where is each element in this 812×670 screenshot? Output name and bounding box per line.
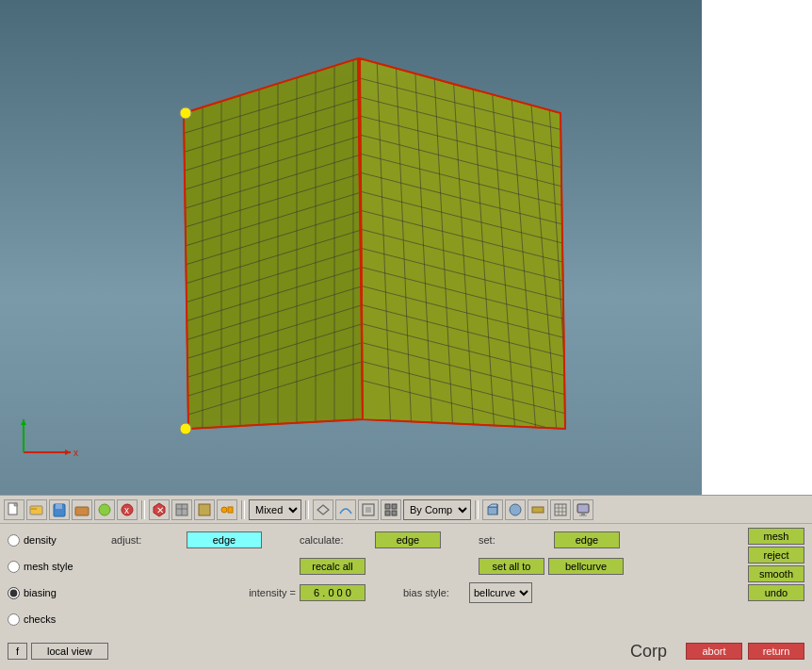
view-btn-4[interactable]	[381, 499, 401, 520]
svg-rect-85	[365, 507, 371, 513]
mesh-btn-2[interactable]	[194, 499, 215, 520]
svg-point-82	[221, 507, 227, 513]
mesh-style-label: mesh style	[24, 561, 73, 572]
svg-marker-29	[360, 58, 565, 429]
smooth-button[interactable]: smooth	[748, 565, 804, 582]
corp-text: Corp	[630, 642, 667, 662]
svg-rect-68	[30, 506, 42, 515]
svg-text:x: x	[124, 505, 129, 515]
svg-text:x: x	[73, 448, 78, 458]
svg-marker-91	[488, 504, 497, 507]
mesh-btn-1[interactable]	[171, 499, 192, 520]
svg-rect-69	[30, 508, 37, 510]
delete-button[interactable]: ✕	[149, 499, 170, 520]
set-all-to-button[interactable]: set all to	[479, 558, 544, 575]
bycomp-dropdown[interactable]: By Comp	[403, 499, 471, 520]
svg-point-73	[99, 504, 110, 515]
svg-rect-86	[385, 504, 390, 509]
svg-marker-67	[14, 503, 17, 506]
density-radio[interactable]	[8, 534, 20, 547]
f-button[interactable]: f	[8, 643, 27, 660]
biasing-radio[interactable]	[8, 587, 20, 599]
view-btn-1[interactable]	[313, 499, 333, 520]
checks-radio-label[interactable]: checks	[8, 613, 102, 626]
set-edge-button[interactable]: edge	[554, 531, 620, 548]
adjust-label: adjust:	[111, 534, 187, 546]
calculate-edge-button[interactable]: edge	[375, 531, 441, 548]
svg-point-60	[180, 423, 191, 434]
bellcurve-button[interactable]: bellcurve	[548, 558, 624, 575]
mesh-style-radio[interactable]	[8, 561, 20, 573]
density-label: density	[24, 534, 57, 546]
biasing-radio-label[interactable]: biasing	[8, 587, 102, 599]
toolbar-btn-6[interactable]: x	[117, 499, 138, 520]
svg-text:✕: ✕	[156, 505, 164, 515]
set-label: set:	[479, 534, 554, 546]
return-button[interactable]: return	[748, 643, 804, 660]
biasing-label: biasing	[24, 587, 57, 598]
view-btn-3[interactable]	[358, 499, 379, 520]
grid-btn[interactable]	[550, 499, 571, 520]
mesh-btn-3[interactable]	[217, 499, 237, 520]
svg-marker-1	[184, 58, 363, 429]
new-button[interactable]	[4, 499, 24, 520]
right-action-buttons: mesh reject smooth undo	[748, 528, 804, 601]
mixed-dropdown[interactable]: Mixed	[249, 499, 301, 520]
local-view-button[interactable]: local view	[31, 643, 108, 660]
svg-rect-88	[385, 511, 390, 515]
cube-btn[interactable]	[482, 499, 503, 520]
svg-rect-95	[555, 504, 566, 515]
svg-point-93	[510, 504, 521, 515]
controls-panel: mesh reject smooth undo density adjust: …	[0, 523, 812, 670]
svg-rect-81	[199, 504, 210, 515]
adjust-input[interactable]	[187, 531, 262, 548]
svg-rect-71	[56, 504, 62, 509]
svg-rect-89	[392, 511, 397, 515]
svg-rect-72	[75, 507, 89, 515]
abort-button[interactable]: abort	[686, 643, 742, 660]
save-button[interactable]	[49, 499, 70, 520]
view-btn-2[interactable]	[335, 499, 356, 520]
density-radio-label[interactable]: density	[8, 534, 102, 547]
surface-btn[interactable]	[528, 499, 548, 520]
checks-label: checks	[24, 613, 56, 625]
toolbar: x ✕ Mixed By Comp	[0, 495, 812, 523]
svg-rect-100	[577, 504, 589, 513]
recalc-all-button[interactable]: recalc all	[300, 558, 365, 575]
3d-viewport[interactable]: x	[0, 0, 702, 495]
svg-rect-83	[228, 507, 233, 513]
svg-point-59	[180, 107, 191, 119]
svg-rect-94	[532, 507, 544, 513]
mesh-action-button[interactable]: mesh	[748, 528, 804, 545]
bias-style-select[interactable]: bellcurve	[469, 582, 532, 603]
intensity-input[interactable]	[300, 584, 365, 601]
reject-button[interactable]: reject	[748, 547, 804, 564]
bias-style-label: bias style:	[403, 587, 469, 598]
intensity-label: intensity =	[224, 587, 300, 598]
svg-rect-90	[488, 507, 497, 515]
checks-radio[interactable]	[8, 613, 20, 626]
monitor-btn[interactable]	[573, 499, 593, 520]
toolbar-btn-5[interactable]	[94, 499, 115, 520]
undo-button[interactable]: undo	[748, 584, 804, 601]
right-panel	[702, 0, 812, 495]
svg-rect-87	[392, 504, 397, 509]
calculate-label: calculate:	[300, 534, 375, 546]
bottom-row: f local view Corp abort return	[8, 639, 804, 663]
open-button[interactable]	[26, 499, 47, 520]
mesh-style-radio-label[interactable]: mesh style	[8, 561, 102, 573]
sphere-btn[interactable]	[505, 499, 526, 520]
toolbar-btn-4[interactable]	[72, 499, 92, 520]
